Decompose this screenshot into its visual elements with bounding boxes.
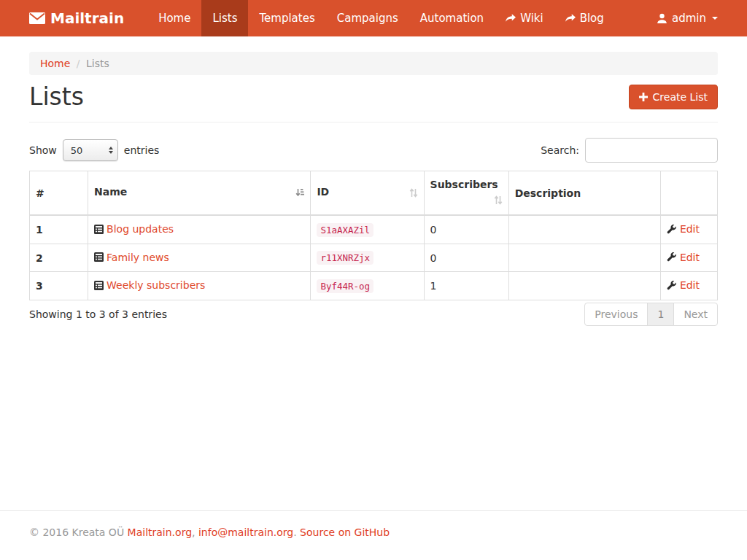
edit-label: Edit [680, 222, 700, 236]
entries-summary: Showing 1 to 3 of 3 entries [29, 308, 167, 320]
create-list-label: Create List [653, 91, 708, 103]
header-actions [660, 171, 717, 216]
list-name: Family news [107, 250, 169, 265]
nav-item-lists[interactable]: Lists [201, 0, 248, 36]
navbar: Mailtrain Home Lists Templates Campaigns… [0, 0, 747, 36]
header-name[interactable]: Name [88, 171, 311, 216]
wrench-icon [667, 281, 676, 290]
chevron-down-icon [712, 17, 718, 20]
list-id: Byf44R-og [317, 279, 374, 293]
list-alt-icon [94, 281, 104, 290]
brand-label: Mailtrain [50, 9, 124, 27]
list-alt-icon [94, 252, 104, 262]
header-id[interactable]: ID [311, 171, 424, 216]
copyright-text: © 2016 Kreata OÜ [29, 526, 124, 538]
show-entries: Show 50 entries [29, 139, 159, 161]
main-nav: Home Lists Templates Campaigns Automatio… [147, 0, 615, 36]
description-cell [508, 244, 660, 272]
breadcrumb-current: Lists [86, 58, 109, 69]
wrench-icon [667, 252, 676, 262]
nav-item-templates[interactable]: Templates [248, 0, 325, 36]
create-list-button[interactable]: Create List [629, 85, 718, 109]
sort-both-icon [409, 187, 418, 201]
lists-table: # Name ID [29, 171, 718, 300]
page-header: Lists Create List [29, 84, 718, 122]
pagination-previous[interactable]: Previous [584, 303, 648, 326]
search-box: Search: [541, 138, 718, 163]
edit-link[interactable]: Edit [667, 250, 700, 265]
description-cell [508, 215, 660, 244]
table-header-row: # Name ID [30, 171, 718, 216]
table-row: 3 Weekly subscribers Byf44R-og 1 [30, 272, 718, 300]
description-cell [508, 272, 660, 300]
entries-label: entries [124, 144, 160, 156]
nav-item-automation[interactable]: Automation [409, 0, 495, 36]
subscriber-count: 0 [424, 244, 508, 272]
list-name: Weekly subscribers [107, 278, 205, 292]
search-label: Search: [541, 144, 579, 156]
mailtrain-org-link[interactable]: Mailtrain.org [128, 526, 192, 538]
nav-item-home[interactable]: Home [147, 0, 201, 36]
user-menu[interactable]: admin [657, 0, 718, 36]
breadcrumb-divider: / [74, 58, 83, 69]
page-footer: © 2016 Kreata OÜ Mailtrain.org, info@mai… [0, 510, 747, 560]
sort-ascending-icon [295, 187, 304, 201]
user-icon [657, 13, 667, 24]
header-index[interactable]: # [30, 171, 88, 216]
external-link-icon [506, 14, 516, 23]
row-index: 3 [30, 272, 88, 300]
subscriber-count: 1 [424, 272, 508, 300]
search-input[interactable] [585, 138, 718, 163]
nav-item-wiki[interactable]: Wiki [495, 0, 554, 36]
brand-link[interactable]: Mailtrain [29, 0, 131, 36]
header-description[interactable]: Description [508, 171, 660, 216]
show-label: Show [29, 144, 57, 156]
table-row: 1 Blog updates S1aAXAZil 0 [30, 215, 718, 244]
breadcrumb-home-link[interactable]: Home [40, 58, 70, 69]
row-index: 2 [30, 244, 88, 272]
row-index: 1 [30, 215, 88, 244]
edit-label: Edit [680, 250, 700, 265]
page-title: Lists [29, 84, 84, 110]
list-name-link[interactable]: Weekly subscribers [94, 278, 205, 292]
github-source-link[interactable]: Source on GitHub [300, 526, 390, 538]
edit-link[interactable]: Edit [667, 278, 700, 292]
list-name-link[interactable]: Blog updates [94, 222, 174, 236]
select-stepper-icon [109, 147, 113, 154]
table-body: 1 Blog updates S1aAXAZil 0 [30, 215, 718, 300]
pagination-page-1[interactable]: 1 [647, 303, 674, 326]
list-name-link[interactable]: Family news [94, 250, 169, 265]
envelope-icon [29, 12, 45, 24]
list-id: r11XNRZjx [317, 251, 374, 265]
edit-link[interactable]: Edit [667, 222, 700, 236]
plus-icon [639, 93, 648, 101]
table-controls: Show 50 entries Search: [29, 138, 718, 163]
user-label: admin [672, 12, 706, 25]
sort-both-icon [494, 194, 503, 209]
external-link-icon [565, 14, 576, 23]
wrench-icon [667, 225, 676, 234]
list-name: Blog updates [107, 222, 174, 236]
list-alt-icon [94, 225, 104, 234]
list-id: S1aAXAZil [317, 223, 374, 237]
subscriber-count: 0 [424, 215, 508, 244]
table-row: 2 Family news r11XNRZjx 0 [30, 244, 718, 272]
table-footer: Showing 1 to 3 of 3 entries Previous 1 N… [29, 303, 718, 326]
nav-item-campaigns[interactable]: Campaigns [326, 0, 409, 36]
pagination-next[interactable]: Next [673, 303, 718, 326]
pagination: Previous 1 Next [584, 303, 718, 326]
breadcrumb: Home / Lists [29, 52, 718, 75]
edit-label: Edit [680, 278, 700, 292]
header-subscribers[interactable]: Subscribers [424, 171, 508, 216]
page-size-value: 50 [71, 145, 83, 156]
nav-item-blog[interactable]: Blog [554, 0, 615, 36]
email-link[interactable]: info@mailtrain.org [198, 526, 293, 538]
